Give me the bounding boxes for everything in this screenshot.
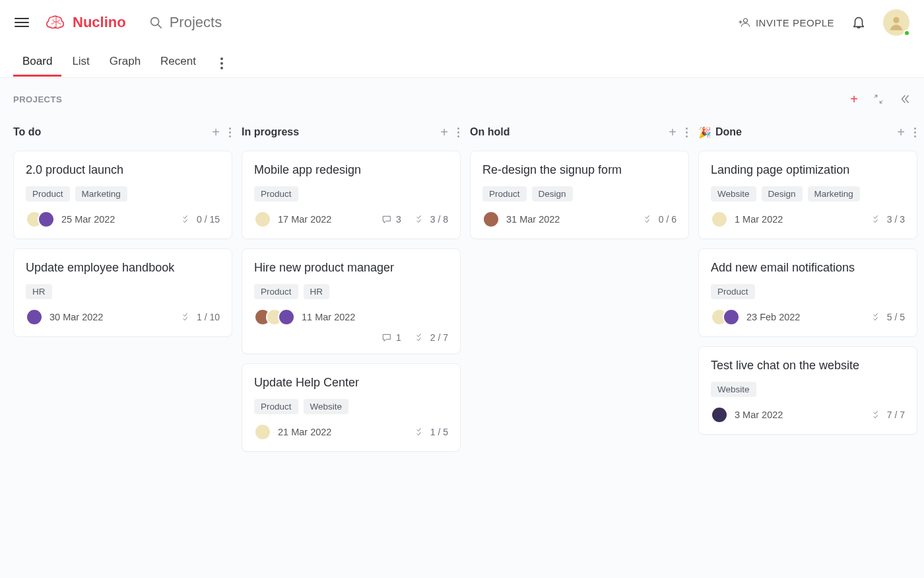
card-tags: Website <box>711 382 905 397</box>
column-title-text: On hold <box>470 126 510 138</box>
card-date: 17 Mar 2022 <box>278 214 331 225</box>
tag: HR <box>26 284 52 299</box>
app-logo[interactable]: Nuclino <box>45 11 126 34</box>
avatar-icon <box>254 423 271 441</box>
column-header: To do+ <box>13 120 232 144</box>
column-actions: + <box>897 126 916 139</box>
invite-people-button[interactable]: INVITE PEOPLE <box>739 17 834 28</box>
tag: Product <box>482 186 527 201</box>
card[interactable]: Landing page optimizationWebsiteDesignMa… <box>698 151 917 239</box>
column: 🎉Done+Landing page optimizationWebsiteDe… <box>698 120 917 444</box>
tag: Website <box>711 186 756 201</box>
card-avatars <box>26 308 43 326</box>
card[interactable]: 2.0 product launchProductMarketing25 Mar… <box>13 151 232 239</box>
card-footer: 31 Mar 20220 / 6 <box>482 211 676 228</box>
svg-line-1 <box>158 24 161 28</box>
card[interactable]: Update Help CenterProductWebsite21 Mar 2… <box>242 363 461 452</box>
card-date: 31 Mar 2022 <box>506 214 560 225</box>
card[interactable]: Test live chat on the websiteWebsite3 Ma… <box>698 346 917 435</box>
menu-toggle-button[interactable] <box>15 15 29 30</box>
card-tags: ProductMarketing <box>26 186 220 201</box>
card-checklist: 3 / 8 <box>416 214 448 225</box>
tag: Product <box>254 399 298 414</box>
column-title: On hold <box>470 126 510 138</box>
add-column-button[interactable]: + <box>850 92 858 107</box>
column: In progress+Mobile app redesignProduct17… <box>242 120 461 461</box>
card-footer: 30 Mar 20221 / 10 <box>26 308 220 326</box>
column-more-button[interactable] <box>686 127 688 137</box>
card-comments: 3 <box>381 214 401 225</box>
card[interactable]: Add new email notificationsProduct23 Feb… <box>698 248 917 337</box>
column-more-button[interactable] <box>457 127 459 137</box>
card-checklist: 0 / 15 <box>182 214 220 225</box>
tag: Website <box>304 399 349 414</box>
card-checklist: 2 / 7 <box>416 332 448 343</box>
card-title: Landing page optimization <box>711 163 905 177</box>
card-meta: 12 / 7 <box>381 332 448 343</box>
column-title: To do <box>13 126 41 138</box>
column-emoji-icon: 🎉 <box>698 126 711 139</box>
card-meta: 3 / 3 <box>873 214 905 225</box>
column: To do+2.0 product launchProductMarketing… <box>13 120 232 346</box>
column-title: In progress <box>242 126 299 138</box>
notifications-icon[interactable] <box>851 15 866 30</box>
breadcrumb: PROJECTS <box>13 94 62 104</box>
tab-graph[interactable]: Graph <box>110 51 141 76</box>
avatar-icon <box>711 406 728 423</box>
card-meta: 0 / 6 <box>644 214 676 225</box>
card-date: 21 Mar 2022 <box>278 427 331 437</box>
presence-indicator <box>904 30 910 36</box>
card-avatars <box>711 211 728 228</box>
column-title-text: Done <box>715 126 742 138</box>
column-add-card-button[interactable]: + <box>669 126 676 139</box>
user-avatar[interactable] <box>883 9 909 36</box>
column-actions: + <box>212 126 231 139</box>
card-avatars <box>254 211 271 228</box>
column-more-button[interactable] <box>229 127 231 137</box>
card-comments: 1 <box>381 332 401 343</box>
tag: Product <box>254 186 298 201</box>
column-title-text: To do <box>13 126 41 138</box>
card-title: Test live chat on the website <box>711 359 905 373</box>
tag: Marketing <box>75 186 127 201</box>
card-avatars <box>482 211 500 228</box>
tag: Website <box>711 382 756 397</box>
card[interactable]: Mobile app redesignProduct17 Mar 202233 … <box>242 151 461 239</box>
tag: Marketing <box>808 186 860 201</box>
invite-label: INVITE PEOPLE <box>756 17 834 28</box>
card[interactable]: Re-design the signup formProductDesign31… <box>470 151 689 239</box>
card-checklist: 1 / 10 <box>182 312 220 322</box>
column-add-card-button[interactable]: + <box>897 126 905 139</box>
card-date: 30 Mar 2022 <box>50 312 103 322</box>
tab-recent[interactable]: Recent <box>160 51 196 76</box>
card-title: Re-design the signup form <box>482 163 676 177</box>
tabs-more-button[interactable] <box>216 57 228 69</box>
column-actions: + <box>669 126 688 139</box>
board-actions: + <box>850 92 911 107</box>
avatar-icon <box>723 308 740 326</box>
column-header: In progress+ <box>242 120 461 144</box>
card-date: 1 Mar 2022 <box>735 214 783 225</box>
columns-container: To do+2.0 product launchProductMarketing… <box>13 120 911 461</box>
card-title: 2.0 product launch <box>26 163 220 177</box>
tab-list[interactable]: List <box>72 51 89 76</box>
column-header: 🎉Done+ <box>698 120 917 144</box>
card-tags: Product <box>711 284 905 299</box>
collapse-sidebar-icon[interactable] <box>899 93 911 105</box>
board-header: PROJECTS + <box>13 87 911 111</box>
column-add-card-button[interactable]: + <box>440 126 448 139</box>
card-title: Mobile app redesign <box>254 163 448 177</box>
card-tags: HR <box>26 284 220 299</box>
card-footer-meta: 12 / 7 <box>254 332 448 343</box>
card-checklist: 3 / 3 <box>873 214 905 225</box>
search-input[interactable]: Projects <box>148 14 222 31</box>
card[interactable]: Hire new product managerProductHR11 Mar … <box>242 248 461 354</box>
avatar-icon <box>254 211 271 228</box>
tab-board[interactable]: Board <box>22 51 52 76</box>
column-more-button[interactable] <box>914 127 916 137</box>
card[interactable]: Update employee handbookHR30 Mar 20221 /… <box>13 248 232 337</box>
card-meta: 33 / 8 <box>381 214 448 225</box>
compact-view-icon[interactable] <box>873 93 884 105</box>
column-add-card-button[interactable]: + <box>212 126 220 139</box>
card-date: 3 Mar 2022 <box>735 410 783 420</box>
